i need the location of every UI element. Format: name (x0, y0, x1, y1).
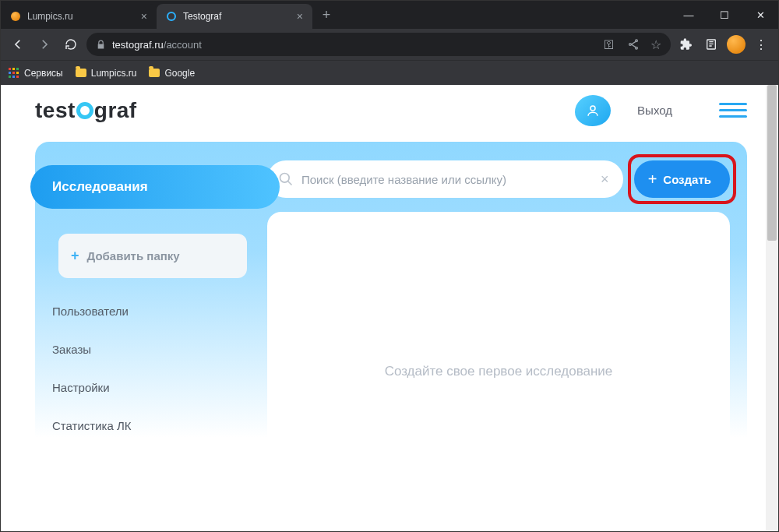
logo-ring-icon (76, 102, 93, 119)
url-text: testograf.ru/account (112, 39, 202, 51)
logout-link[interactable]: Выход (637, 104, 672, 117)
search-icon (278, 171, 294, 187)
window-controls: ― ☐ ✕ (671, 1, 778, 29)
bookmark-star-icon[interactable]: ☆ (650, 37, 661, 52)
apps-button[interactable]: Сервисы (9, 68, 63, 79)
apps-label: Сервисы (24, 68, 63, 79)
search-box[interactable]: × (267, 160, 623, 198)
create-button-highlight: + Создать (634, 160, 730, 198)
sidebar-item-stats[interactable]: Статистика ЛК (35, 407, 261, 445)
window-close-icon[interactable]: ✕ (742, 1, 778, 29)
toolbar-row: × + Создать (267, 160, 730, 198)
bookmark-google[interactable]: Google (149, 68, 195, 79)
bookmark-lumpics[interactable]: Lumpics.ru (76, 68, 137, 79)
key-icon[interactable]: ⚿ (604, 38, 615, 51)
svg-point-2 (280, 174, 290, 183)
hamburger-menu-icon[interactable] (719, 103, 747, 118)
share-icon[interactable] (627, 38, 640, 51)
profile-avatar[interactable] (725, 33, 747, 55)
logo-suffix: graf (94, 98, 137, 123)
add-folder-label: Добавить папку (87, 249, 180, 262)
browser-tab-lumpics[interactable]: Lumpics.ru × (1, 4, 157, 29)
folder-icon (76, 69, 86, 77)
reading-list-icon[interactable] (700, 33, 722, 55)
url-box[interactable]: testograf.ru/account ⚿ ☆ (86, 33, 671, 56)
create-button[interactable]: + Создать (634, 160, 730, 198)
nav-forward-icon[interactable] (33, 33, 55, 55)
window-maximize-icon[interactable]: ☐ (707, 1, 742, 29)
sidebar-item-orders[interactable]: Заказы (35, 330, 261, 368)
page-viewport: testgraf Выход Исследования + Добавить п… (1, 85, 778, 531)
plus-icon: + (71, 248, 79, 264)
tab-close-icon[interactable]: × (297, 10, 303, 23)
folder-icon (149, 69, 160, 77)
favicon-ring-icon (166, 11, 177, 22)
tab-close-icon[interactable]: × (141, 10, 147, 23)
main-panel: Исследования + Добавить папку Пользовате… (35, 142, 747, 531)
logo-prefix: test (35, 98, 76, 123)
profile-button[interactable] (575, 95, 611, 126)
user-icon (586, 104, 600, 118)
bookmark-label: Lumpics.ru (91, 68, 137, 79)
site-logo[interactable]: testgraf (35, 98, 137, 123)
plus-icon: + (648, 171, 657, 188)
site-header: testgraf Выход (1, 85, 778, 136)
sidebar-item-users[interactable]: Пользователи (35, 292, 261, 330)
browser-tab-testograf[interactable]: Testograf × (157, 4, 312, 29)
extensions-icon[interactable] (675, 33, 697, 55)
empty-state-text: Создайте свое первое исследование (385, 364, 613, 379)
add-folder-button[interactable]: + Добавить папку (58, 234, 247, 278)
sidebar-item-settings[interactable]: Настройки (35, 368, 261, 407)
favicon-orange-icon (10, 11, 21, 22)
bookmark-label: Google (164, 68, 195, 79)
sidebar-tab-research[interactable]: Исследования (30, 165, 280, 209)
sidebar: Исследования + Добавить папку Пользовате… (35, 142, 261, 531)
browser-chrome: Lumpics.ru × Testograf × + ― ☐ ✕ testogr… (1, 1, 778, 85)
tab-bar: Lumpics.ru × Testograf × + ― ☐ ✕ (1, 1, 778, 29)
window-minimize-icon[interactable]: ― (671, 1, 707, 29)
tab-title: Lumpics.ru (27, 11, 73, 22)
nav-back-icon[interactable] (7, 33, 29, 55)
create-label: Создать (663, 173, 711, 186)
lock-icon (96, 40, 106, 50)
address-bar: testograf.ru/account ⚿ ☆ ⋮ (1, 29, 778, 60)
kebab-menu-icon[interactable]: ⋮ (750, 33, 772, 55)
scrollbar[interactable] (766, 85, 778, 531)
bookmarks-bar: Сервисы Lumpics.ru Google (1, 60, 778, 85)
svg-point-1 (590, 106, 595, 111)
empty-state-card: Создайте свое первое исследование (267, 212, 730, 531)
main-area: × + Создать Создайте свое первое исследо… (261, 142, 747, 531)
new-tab-button[interactable]: + (315, 4, 337, 26)
clear-search-icon[interactable]: × (597, 171, 612, 188)
nav-reload-icon[interactable] (60, 33, 82, 55)
search-input[interactable] (301, 173, 590, 186)
tab-title: Testograf (183, 11, 221, 22)
apps-grid-icon (9, 68, 19, 79)
